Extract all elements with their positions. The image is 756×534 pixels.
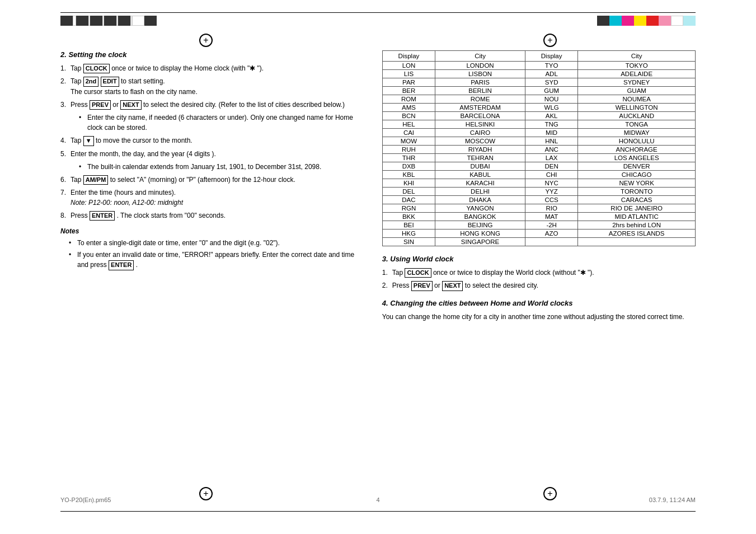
col-header-display-2: Display xyxy=(525,51,577,62)
city-col: HONOLULU xyxy=(578,137,696,146)
next-key-s3: NEXT xyxy=(442,281,463,291)
city-col: DELHI xyxy=(435,188,525,196)
city-table-row: RGNYANGONRIORIO DE JANEIRO xyxy=(382,204,695,213)
color-block-5 xyxy=(118,16,130,26)
section-3-step-2: 2. Press PREV or NEXT to select the desi… xyxy=(382,280,696,291)
color-block-1 xyxy=(60,16,73,26)
note-2: If you enter an invalid date or time, "E… xyxy=(69,250,365,270)
city-col: MOSCOW xyxy=(435,137,525,146)
display-col: RUH xyxy=(382,146,435,154)
display-col: GUM xyxy=(525,87,577,95)
display-col: CAI xyxy=(382,129,435,137)
city-col: LISBON xyxy=(435,70,525,78)
cs-r-1 xyxy=(597,16,609,26)
color-strip-left xyxy=(60,16,157,26)
city-col: DUBAI xyxy=(435,162,525,171)
cs-r-pink xyxy=(659,16,671,26)
city-col: AMSTERDAM xyxy=(435,104,525,112)
col-header-display-1: Display xyxy=(382,51,435,62)
city-table-row: DACDHAKACCSCARACAS xyxy=(382,196,695,204)
city-col: AZORES ISLANDS xyxy=(578,229,696,238)
section-4-title: 4. Changing the cities between Home and … xyxy=(382,299,696,307)
col-header-city-2: City xyxy=(578,51,696,62)
display-col: TNG xyxy=(525,120,577,129)
color-block-7 xyxy=(144,16,157,26)
display-col: AMS xyxy=(382,104,435,112)
display-col: LIS xyxy=(382,70,435,78)
next-key: NEXT xyxy=(120,100,141,110)
city-table-row: PARPARISSYDSYDNEY xyxy=(382,78,695,87)
step-3-bullet-1: Enter the city name, if needed (6 charac… xyxy=(79,113,365,133)
display-col: TYO xyxy=(525,62,577,70)
color-strip-right xyxy=(597,16,696,26)
city-col: HELSINKI xyxy=(435,120,525,129)
section-3-step-1: 1. Tap CLOCK once or twice to display th… xyxy=(382,268,696,278)
step-1: 1. Tap CLOCK once or twice to display th… xyxy=(60,63,365,73)
display-col: SIN xyxy=(382,238,435,246)
display-col: HNL xyxy=(525,137,577,146)
city-col: AUCKLAND xyxy=(578,112,696,120)
display-col: AZO xyxy=(525,229,577,238)
city-col: LONDON xyxy=(435,62,525,70)
city-col: BERLIN xyxy=(435,87,525,95)
city-col: YANGON xyxy=(435,204,525,213)
col-header-city-1: City xyxy=(435,51,525,62)
edit-key: EDIT xyxy=(101,77,119,86)
note-1: To enter a single-digit date or time, en… xyxy=(69,238,365,248)
step-5-bullet-1: The built-in calendar extends from Janua… xyxy=(79,162,365,172)
city-table-row: HELHELSINKITNGTONGA xyxy=(382,120,695,129)
display-col: -2H xyxy=(525,221,577,229)
main-content: 2. Setting the clock 1. Tap CLOCK once o… xyxy=(60,45,696,489)
display-col: KBL xyxy=(382,171,435,179)
city-table-row: CAICAIROMIDMIDWAY xyxy=(382,129,695,137)
city-col: BANGKOK xyxy=(435,213,525,221)
cs-r-white xyxy=(671,16,683,26)
display-col: BCN xyxy=(382,112,435,120)
footer-right: 03.7.9, 11:24 AM xyxy=(649,496,696,503)
city-col: HONG KONG xyxy=(435,229,525,238)
cs-r-lightcyan xyxy=(683,16,696,26)
city-table: Display City Display City LONLONDONTYOTO… xyxy=(382,50,696,246)
cs-r-red xyxy=(646,16,659,26)
city-table-row: RUHRIYADHANCANCHORAGE xyxy=(382,146,695,154)
city-table-row: THRTEHRANLAXLOS ANGELES xyxy=(382,154,695,162)
display-col: NOU xyxy=(525,95,577,104)
enter-key: ENTER xyxy=(90,211,115,221)
cs-r-yellow xyxy=(634,16,646,26)
city-col: TORONTO xyxy=(578,188,696,196)
city-col: RIYADH xyxy=(435,146,525,154)
section-2: 2. Setting the clock 1. Tap CLOCK once o… xyxy=(60,50,365,270)
city-col: SINGAPORE xyxy=(435,238,525,246)
color-block-3 xyxy=(90,16,102,26)
city-col: DENVER xyxy=(578,162,696,171)
city-col: PARIS xyxy=(435,78,525,87)
prev-key: PREV xyxy=(90,100,111,110)
display-col xyxy=(525,238,577,246)
display-col: DEL xyxy=(382,188,435,196)
step-8: 8. Press ENTER . The clock starts from "… xyxy=(60,210,365,221)
city-table-row: BCNBARCELONAAKLAUCKLAND xyxy=(382,112,695,120)
step-6: 6. Tap AM/PM to select "A" (morning) or … xyxy=(60,175,365,185)
footer-left: YO-P20(En).pm65 xyxy=(60,496,111,503)
display-col: RGN xyxy=(382,204,435,213)
color-block-2 xyxy=(76,16,88,26)
display-col: LAX xyxy=(525,154,577,162)
city-table-row: BERBERLINGUMGUAM xyxy=(382,87,695,95)
city-col: BEIJING xyxy=(435,221,525,229)
display-col: PAR xyxy=(382,78,435,87)
color-block-4 xyxy=(104,16,116,26)
section-4: 4. Changing the cities between Home and … xyxy=(382,299,696,322)
prev-key-s3: PREV xyxy=(411,281,433,291)
city-col: CAIRO xyxy=(435,129,525,137)
clock-key-s3: CLOCK xyxy=(405,268,431,278)
city-table-body: LONLONDONTYOTOKYOLISLISBONADLADELAIDEPAR… xyxy=(382,62,695,246)
section-3: 3. Using World clock 1. Tap CLOCK once o… xyxy=(382,255,696,291)
left-column: 2. Setting the clock 1. Tap CLOCK once o… xyxy=(60,45,365,489)
display-col: DEN xyxy=(525,162,577,171)
city-table-row: MOWMOSCOWHNLHONOLULU xyxy=(382,137,695,146)
ampm-key: AM/PM xyxy=(83,175,109,185)
step-7: 7. Enter the time (hours and minutes). N… xyxy=(60,188,365,208)
city-col: NEW YORK xyxy=(578,179,696,188)
city-table-row: HKGHONG KONGAZOAZORES ISLANDS xyxy=(382,229,695,238)
city-col: KARACHI xyxy=(435,179,525,188)
